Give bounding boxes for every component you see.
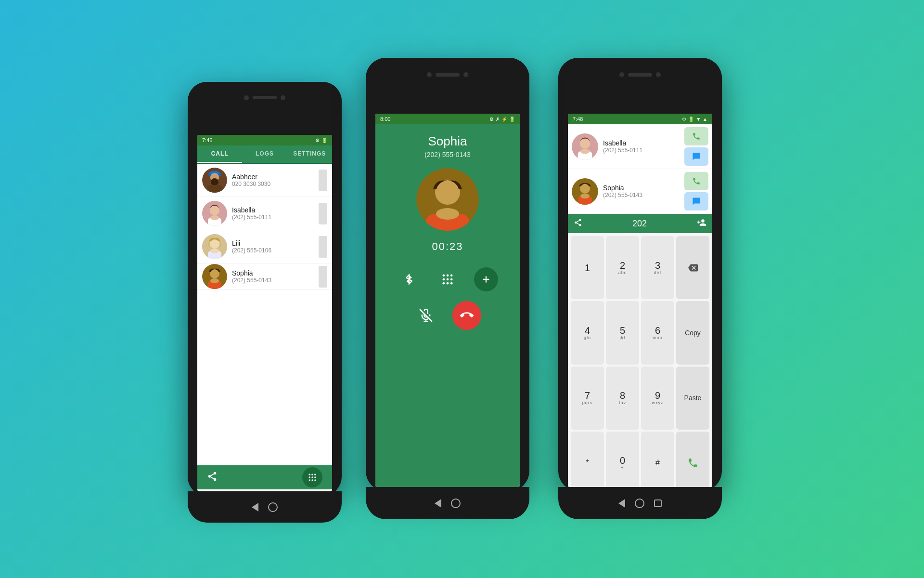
front-camera-center [427, 72, 432, 77]
key-3[interactable]: 3 def [641, 236, 674, 299]
contact-arrow-lili [319, 236, 327, 258]
key-paste[interactable]: Paste [676, 367, 709, 430]
phone-left-top [188, 82, 342, 108]
share-icon-left[interactable] [207, 471, 218, 484]
key-7[interactable]: 7 pqrs [571, 367, 604, 430]
call-timer: 00:23 [432, 240, 463, 253]
nav-home-center[interactable] [451, 499, 461, 508]
nav-back-right[interactable] [618, 499, 625, 508]
tab-settings[interactable]: SETTINGS [287, 145, 332, 163]
wifi-icon-right: ▼ [696, 117, 701, 122]
status-bar-center: 8:00 ⚙ ✗ ⚡ 🔋 [375, 114, 520, 124]
add-call-btn[interactable] [474, 267, 498, 291]
contact-info-isabella-left: Isabella (202) 555-0111 [232, 206, 312, 221]
tab-logs[interactable]: LOGS [242, 145, 287, 163]
sms-sophia-btn[interactable] [684, 192, 708, 210]
status-bar-left: 7:46 ⚙ 🔋 [197, 135, 332, 145]
svg-point-44 [447, 275, 449, 277]
svg-line-67 [577, 223, 579, 224]
svg-point-21 [210, 269, 219, 278]
contact-lili[interactable]: Lili (202) 555-0106 [197, 230, 332, 263]
nav-back-center[interactable] [435, 499, 441, 508]
call-actions-row2 [414, 301, 481, 330]
svg-line-68 [577, 221, 579, 222]
nav-back-left[interactable] [252, 503, 258, 512]
phone-center-top [366, 58, 529, 86]
contact-sophia-right[interactable]: Sophia (202) 555-0143 [568, 169, 712, 214]
contact-aabheer[interactable]: Aabheer 020 3030 3030 [197, 164, 332, 197]
key-6[interactable]: 6 mno [641, 301, 674, 364]
avatar-isabella-right [572, 133, 598, 160]
contact-phone-isabella-right: (202) 555-0111 [603, 147, 680, 154]
sensor-center [463, 72, 468, 77]
svg-point-13 [210, 215, 219, 220]
keypad-btn[interactable] [436, 267, 460, 291]
nav-home-left[interactable] [268, 502, 278, 512]
dialer-share-btn[interactable] [574, 218, 582, 229]
svg-line-27 [211, 477, 214, 479]
contact-name-isabella-left: Isabella [232, 206, 312, 214]
front-camera-left [244, 95, 249, 100]
end-call-btn[interactable] [452, 301, 481, 330]
svg-point-7 [211, 179, 218, 185]
svg-point-50 [447, 282, 449, 285]
svg-point-40 [436, 181, 459, 204]
signal-icon-right: ▲ [703, 117, 707, 122]
battery-icon-right: 🔋 [688, 117, 694, 122]
phone-center-screen: 8:00 ⚙ ✗ ⚡ 🔋 Sophia (202) 555-0143 [375, 114, 520, 487]
call-isabella-btn[interactable] [684, 127, 708, 145]
mute-btn[interactable] [414, 303, 438, 328]
bluetooth-btn[interactable] [397, 267, 421, 291]
key-1[interactable]: 1 [571, 236, 604, 299]
tab-call[interactable]: CALL [197, 145, 242, 163]
caller-avatar [416, 168, 479, 231]
sms-isabella-btn[interactable] [684, 147, 708, 166]
key-9[interactable]: 9 wxyz [641, 367, 674, 430]
nav-recents-right[interactable] [654, 499, 662, 507]
contact-sophia-left[interactable]: Sophia (202) 555-0143 [197, 263, 332, 290]
key-copy[interactable]: Copy [676, 301, 709, 364]
status-icons-left: ⚙ 🔋 [315, 138, 327, 143]
battery-icon-center: 🔋 [509, 117, 515, 122]
key-call[interactable] [676, 432, 709, 487]
call-sophia-btn[interactable] [684, 172, 708, 190]
svg-point-64 [579, 219, 581, 222]
key-hash[interactable]: # [641, 432, 674, 487]
contact-isabella-right[interactable]: Isabella (202) 555-0111 [568, 124, 712, 169]
dialer-screen: Isabella (202) 555-0111 [568, 124, 712, 487]
svg-point-33 [311, 476, 313, 478]
svg-point-29 [309, 474, 310, 475]
svg-point-46 [443, 278, 445, 281]
nav-home-right[interactable] [635, 499, 644, 508]
svg-point-48 [450, 278, 453, 281]
battery-icon-left: 🔋 [321, 138, 327, 143]
svg-point-26 [214, 478, 217, 481]
contact-info-sophia-right: Sophia (202) 555-0143 [603, 184, 680, 198]
key-5[interactable]: 5 jkl [606, 301, 639, 364]
dialer-number-bar: 202 [568, 214, 712, 233]
time-right: 7:48 [573, 116, 583, 122]
svg-point-56 [580, 139, 590, 148]
phone-right-bottom [558, 487, 722, 519]
dialer-number-display: 202 [586, 219, 693, 229]
key-2[interactable]: 2 abc [606, 236, 639, 299]
svg-point-30 [311, 474, 313, 475]
key-4[interactable]: 4 ghi [571, 301, 604, 364]
dialer-add-contact-btn[interactable] [697, 218, 706, 229]
contact-info-lili: Lili (202) 555-0106 [232, 239, 312, 254]
time-center: 8:00 [380, 116, 390, 122]
contact-name-sophia-right: Sophia [603, 184, 680, 192]
phones-container: 7:46 ⚙ 🔋 CALL LOGS SETTINGS [173, 48, 751, 530]
key-delete[interactable] [676, 236, 709, 299]
signal-icon-center: ✗ [496, 117, 500, 122]
contact-info-sophia-left: Sophia (202) 555-0143 [232, 269, 312, 284]
phone-center: 8:00 ⚙ ✗ ⚡ 🔋 Sophia (202) 555-0143 [366, 58, 529, 491]
contact-phone-lili: (202) 555-0106 [232, 247, 312, 254]
key-star[interactable]: * [571, 432, 604, 487]
dial-fab-left[interactable] [302, 467, 322, 487]
keypad: 1 2 abc 3 def [568, 233, 712, 487]
key-8[interactable]: 8 tuv [606, 367, 639, 430]
contact-isabella-left[interactable]: Isabella (202) 555-0111 [197, 197, 332, 230]
avatar-aabheer [202, 168, 227, 193]
key-0[interactable]: 0 + [606, 432, 639, 487]
